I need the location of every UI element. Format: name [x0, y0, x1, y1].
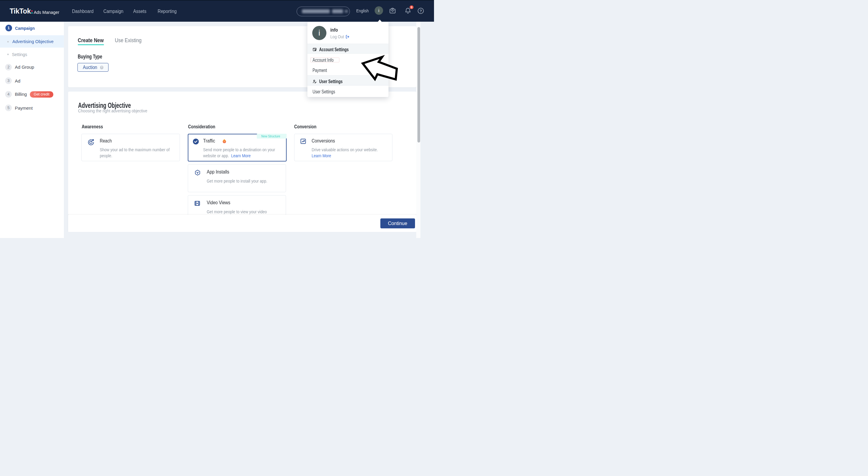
svg-text:?: ? [420, 9, 422, 13]
